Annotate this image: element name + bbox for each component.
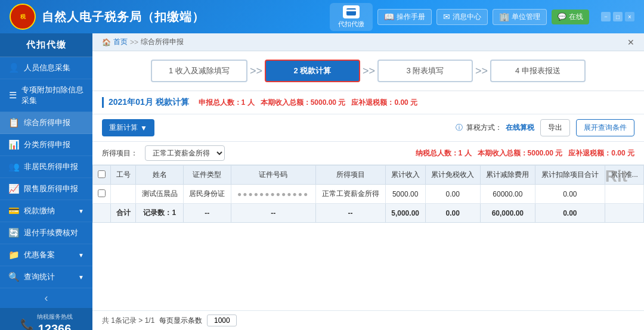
sidebar-item-comprehensive[interactable]: 📋 综合所得申报 [0,112,92,134]
sidebar-item-tax-pay[interactable]: 💳 税款缴纳 ▼ [0,200,92,222]
row-cum-special: 0.00 [535,185,605,204]
recalc-arrow-icon: ▼ [140,124,147,132]
section-header: 2021年01月 税款计算 申报总人数：1 人 本期收入总额：5000.00 元… [92,91,644,114]
floating-rit-text: Rit [605,167,627,186]
step4-button[interactable]: 4 申报表报送 [490,60,586,82]
export-button[interactable]: 导出 [540,119,570,136]
header-cum-deduct: 累计减除费用 [480,166,535,185]
personnel-icon: 👤 [8,63,19,73]
message-button[interactable]: ✉ 消息中心 [436,9,488,25]
deduct-icon [343,5,360,18]
maximize-button[interactable]: □ [613,12,623,21]
tax-method: ⓘ 算税方式： 在线算税 [456,123,534,133]
step-arrow-3: >> [475,65,488,77]
step-arrow-1: >> [250,65,262,77]
header-cum-tax-free: 累计免税收入 [425,166,480,185]
comprehensive-icon: 📋 [8,117,19,128]
sidebar-item-special-deduct-label: 专项附加扣除信息采集 [21,85,84,106]
tax-pay-arrow: ▼ [78,208,84,214]
query-arrow: ▼ [78,274,84,281]
row-cum-deduct: 60000.00 [480,185,535,204]
company-button[interactable]: 🏢 单位管理 [493,9,547,25]
manual-button[interactable]: 📖 操作手册 [377,9,432,25]
footer-cum-deduct: 60,000.00 [480,204,535,223]
section-title: 2021年01月 税款计算 [102,97,189,108]
step2-button[interactable]: 2 税款计算 [265,60,360,82]
nav-icon-deduct[interactable]: 代扣代缴 [330,3,373,31]
breadcrumb-close-button[interactable]: ✕ [627,38,634,47]
archive-icon: 📁 [8,250,19,260]
step3-label: 3 附表填写 [407,66,444,76]
info-icon[interactable]: ⓘ [456,123,463,133]
footer-checkbox [93,204,111,223]
data-table: 工号 姓名 证件类型 证件号码 所得项目 累计收入 累计免税收入 累计减除费用 … [92,165,644,223]
tax-pay-icon: 💳 [8,206,19,216]
sidebar-item-restricted-stock[interactable]: 📈 限售股所得申报 [0,178,92,200]
sidebar-collapse-button[interactable]: ‹ [0,288,92,308]
sidebar: 代扣代缴 👤 人员信息采集 ☰ 专项附加扣除信息采集 📋 综合所得申报 📊 分类… [0,33,92,330]
filter-row: 所得项目： 正常工资薪金所得 纳税总人数：1 人 本期收入总额：5000.00 … [92,142,644,165]
tax-method-label: 算税方式： [466,123,502,133]
table-footer-row: 合计 记录数：1 -- -- -- 5,000.00 0.00 60,000.0… [93,204,644,223]
title-bar: 税 自然人电子税务局（扣缴端） 代扣代缴 📖 操作手册 ✉ 消息中心 🏢 单位管… [0,0,644,33]
header-emp-id: 工号 [111,166,136,185]
online-icon: 💬 [558,13,566,21]
sidebar-item-classified[interactable]: 📊 分类所得申报 [0,134,92,156]
hotline: 📞 纳税服务热线 12366 [0,308,92,330]
sidebar-item-comprehensive-label: 综合所得申报 [24,117,70,128]
row-checkbox-cell[interactable] [93,185,111,204]
breadcrumb-home[interactable]: 首页 [113,37,128,47]
footer-income-type: -- [315,204,385,223]
step3-button[interactable]: 3 附表填写 [377,60,473,82]
sidebar-item-refund-label: 退付手续费核对 [24,228,78,238]
step1-label: 1 收入及减除填写 [169,66,230,76]
window-controls: － □ × [601,12,634,21]
section-info: 申报总人数：1 人 本期收入总额：5000.00 元 应补退税额：0.00 元 [199,98,417,108]
sidebar-item-refund[interactable]: 🔄 退付手续费核对 [0,222,92,244]
top-nav: 📖 操作手册 ✉ 消息中心 🏢 单位管理 💬 在线 － □ × [377,9,634,25]
sidebar-item-query[interactable]: 🔍 查询统计 ▼ [0,266,92,288]
footer-record: 记录数：1 [136,204,184,223]
sidebar-item-tax-pay-label: 税款缴纳 [24,206,55,216]
step1-button[interactable]: 1 收入及减除填写 [151,60,247,82]
header-name: 姓名 [136,166,184,185]
nav-icon-label: 代扣代缴 [338,20,364,29]
row-name: 测试伍晨品 [136,185,184,204]
breadcrumb-current: 综合所得申报 [141,37,184,47]
header-cum-special: 累计扣除项目合计 [535,166,605,185]
sidebar-item-non-resident[interactable]: 👥 非居民所得申报 [0,156,92,178]
sidebar-item-archive-label: 优惠备案 [24,250,55,260]
header-id-no: 证件号码 [231,166,315,185]
income-type-label: 所得项目： [102,148,138,158]
step-nav: 1 收入及减除填写 >> 2 税款计算 >> 3 附表填写 >> 4 申报表报送 [92,51,644,91]
income-type-select[interactable]: 正常工资薪金所得 [145,145,225,161]
footer-id-no: -- [231,204,315,223]
page-info: 共 1条记录 > 1/1 [102,316,154,326]
footer-id-type: -- [184,204,231,223]
manual-icon: 📖 [384,12,394,21]
step2-label: 2 税款计算 [293,66,331,76]
content-area: 🏠 首页 >> 综合所得申报 ✕ 1 收入及减除填写 >> 2 税款计算 >> … [92,33,644,330]
row-cum-tax-free: 0.00 [425,185,480,204]
sidebar-item-restricted-stock-label: 限售股所得申报 [24,183,78,194]
select-all-checkbox[interactable] [98,170,106,178]
expand-query-button[interactable]: 展开查询条件 [576,119,634,136]
refund-icon: 🔄 [8,228,19,238]
table-container: 工号 姓名 证件类型 证件号码 所得项目 累计收入 累计免税收入 累计减除费用 … [92,165,644,310]
minimize-button[interactable]: － [601,12,611,21]
close-button[interactable]: × [625,12,634,21]
sidebar-item-special-deduct[interactable]: ☰ 专项附加扣除信息采集 [0,79,92,112]
recalc-button[interactable]: 重新计算 ▼ [102,119,154,136]
main-layout: 代扣代缴 👤 人员信息采集 ☰ 专项附加扣除信息采集 📋 综合所得申报 📊 分类… [0,33,644,330]
online-button[interactable]: 💬 在线 [552,10,589,24]
sidebar-item-personnel-label: 人员信息采集 [24,63,70,73]
row-checkbox[interactable] [98,189,106,197]
sidebar-item-personnel[interactable]: 👤 人员信息采集 [0,57,92,79]
hotline-number: 12366 [37,322,73,330]
sidebar-item-archive[interactable]: 📁 优惠备案 ▼ [0,244,92,266]
tax-method-value: 在线算税 [506,123,534,133]
page-size-label: 每页显示条数 [159,316,202,326]
toolbar: 重新计算 ▼ ⓘ 算税方式： 在线算税 导出 展开查询条件 [92,114,644,142]
page-size-input[interactable] [207,315,237,326]
row-emp-id [111,185,136,204]
